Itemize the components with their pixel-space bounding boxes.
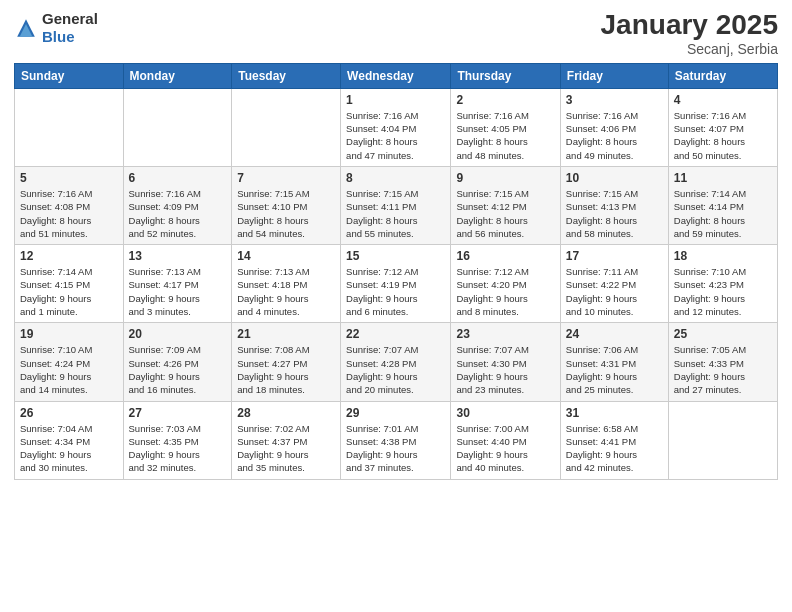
- table-row: 8Sunrise: 7:15 AM Sunset: 4:11 PM Daylig…: [341, 166, 451, 244]
- day-number: 16: [456, 249, 554, 263]
- table-row: 1Sunrise: 7:16 AM Sunset: 4:04 PM Daylig…: [341, 88, 451, 166]
- day-number: 3: [566, 93, 663, 107]
- table-row: 10Sunrise: 7:15 AM Sunset: 4:13 PM Dayli…: [560, 166, 668, 244]
- table-row: 2Sunrise: 7:16 AM Sunset: 4:05 PM Daylig…: [451, 88, 560, 166]
- header-thursday: Thursday: [451, 63, 560, 88]
- day-number: 6: [129, 171, 227, 185]
- day-info: Sunrise: 7:15 AM Sunset: 4:12 PM Dayligh…: [456, 187, 554, 240]
- logo-general: General: [42, 10, 98, 27]
- day-info: Sunrise: 7:16 AM Sunset: 4:07 PM Dayligh…: [674, 109, 772, 162]
- day-number: 4: [674, 93, 772, 107]
- table-row: [15, 88, 124, 166]
- table-row: [123, 88, 232, 166]
- day-info: Sunrise: 7:08 AM Sunset: 4:27 PM Dayligh…: [237, 343, 335, 396]
- location-subtitle: Secanj, Serbia: [601, 41, 778, 57]
- header-sunday: Sunday: [15, 63, 124, 88]
- table-row: 7Sunrise: 7:15 AM Sunset: 4:10 PM Daylig…: [232, 166, 341, 244]
- logo-text: General Blue: [42, 10, 98, 46]
- table-row: 13Sunrise: 7:13 AM Sunset: 4:17 PM Dayli…: [123, 245, 232, 323]
- table-row: 19Sunrise: 7:10 AM Sunset: 4:24 PM Dayli…: [15, 323, 124, 401]
- weekday-header-row: Sunday Monday Tuesday Wednesday Thursday…: [15, 63, 778, 88]
- table-row: 22Sunrise: 7:07 AM Sunset: 4:28 PM Dayli…: [341, 323, 451, 401]
- day-info: Sunrise: 7:16 AM Sunset: 4:06 PM Dayligh…: [566, 109, 663, 162]
- table-row: 26Sunrise: 7:04 AM Sunset: 4:34 PM Dayli…: [15, 401, 124, 479]
- table-row: 30Sunrise: 7:00 AM Sunset: 4:40 PM Dayli…: [451, 401, 560, 479]
- week-row-1: 1Sunrise: 7:16 AM Sunset: 4:04 PM Daylig…: [15, 88, 778, 166]
- logo-icon: [14, 16, 38, 40]
- day-info: Sunrise: 6:58 AM Sunset: 4:41 PM Dayligh…: [566, 422, 663, 475]
- day-info: Sunrise: 7:00 AM Sunset: 4:40 PM Dayligh…: [456, 422, 554, 475]
- table-row: 23Sunrise: 7:07 AM Sunset: 4:30 PM Dayli…: [451, 323, 560, 401]
- day-info: Sunrise: 7:10 AM Sunset: 4:24 PM Dayligh…: [20, 343, 118, 396]
- day-info: Sunrise: 7:07 AM Sunset: 4:30 PM Dayligh…: [456, 343, 554, 396]
- day-info: Sunrise: 7:04 AM Sunset: 4:34 PM Dayligh…: [20, 422, 118, 475]
- header-wednesday: Wednesday: [341, 63, 451, 88]
- week-row-3: 12Sunrise: 7:14 AM Sunset: 4:15 PM Dayli…: [15, 245, 778, 323]
- month-title: January 2025: [601, 10, 778, 41]
- day-info: Sunrise: 7:13 AM Sunset: 4:18 PM Dayligh…: [237, 265, 335, 318]
- header-saturday: Saturday: [668, 63, 777, 88]
- table-row: [668, 401, 777, 479]
- day-number: 12: [20, 249, 118, 263]
- header-tuesday: Tuesday: [232, 63, 341, 88]
- table-row: 4Sunrise: 7:16 AM Sunset: 4:07 PM Daylig…: [668, 88, 777, 166]
- table-row: 15Sunrise: 7:12 AM Sunset: 4:19 PM Dayli…: [341, 245, 451, 323]
- day-info: Sunrise: 7:14 AM Sunset: 4:14 PM Dayligh…: [674, 187, 772, 240]
- calendar-container: General Blue January 2025 Secanj, Serbia…: [0, 0, 792, 490]
- day-info: Sunrise: 7:16 AM Sunset: 4:05 PM Dayligh…: [456, 109, 554, 162]
- table-row: 28Sunrise: 7:02 AM Sunset: 4:37 PM Dayli…: [232, 401, 341, 479]
- day-info: Sunrise: 7:14 AM Sunset: 4:15 PM Dayligh…: [20, 265, 118, 318]
- day-number: 8: [346, 171, 445, 185]
- table-row: 31Sunrise: 6:58 AM Sunset: 4:41 PM Dayli…: [560, 401, 668, 479]
- day-number: 17: [566, 249, 663, 263]
- week-row-2: 5Sunrise: 7:16 AM Sunset: 4:08 PM Daylig…: [15, 166, 778, 244]
- day-number: 24: [566, 327, 663, 341]
- day-number: 15: [346, 249, 445, 263]
- day-info: Sunrise: 7:12 AM Sunset: 4:20 PM Dayligh…: [456, 265, 554, 318]
- day-number: 31: [566, 406, 663, 420]
- day-number: 20: [129, 327, 227, 341]
- table-row: 5Sunrise: 7:16 AM Sunset: 4:08 PM Daylig…: [15, 166, 124, 244]
- table-row: 29Sunrise: 7:01 AM Sunset: 4:38 PM Dayli…: [341, 401, 451, 479]
- calendar-table: Sunday Monday Tuesday Wednesday Thursday…: [14, 63, 778, 480]
- day-info: Sunrise: 7:05 AM Sunset: 4:33 PM Dayligh…: [674, 343, 772, 396]
- table-row: 14Sunrise: 7:13 AM Sunset: 4:18 PM Dayli…: [232, 245, 341, 323]
- day-number: 11: [674, 171, 772, 185]
- day-info: Sunrise: 7:13 AM Sunset: 4:17 PM Dayligh…: [129, 265, 227, 318]
- table-row: 3Sunrise: 7:16 AM Sunset: 4:06 PM Daylig…: [560, 88, 668, 166]
- day-number: 27: [129, 406, 227, 420]
- day-info: Sunrise: 7:15 AM Sunset: 4:10 PM Dayligh…: [237, 187, 335, 240]
- day-info: Sunrise: 7:07 AM Sunset: 4:28 PM Dayligh…: [346, 343, 445, 396]
- header-monday: Monday: [123, 63, 232, 88]
- table-row: 20Sunrise: 7:09 AM Sunset: 4:26 PM Dayli…: [123, 323, 232, 401]
- day-info: Sunrise: 7:01 AM Sunset: 4:38 PM Dayligh…: [346, 422, 445, 475]
- day-number: 30: [456, 406, 554, 420]
- table-row: 27Sunrise: 7:03 AM Sunset: 4:35 PM Dayli…: [123, 401, 232, 479]
- day-number: 1: [346, 93, 445, 107]
- table-row: 6Sunrise: 7:16 AM Sunset: 4:09 PM Daylig…: [123, 166, 232, 244]
- logo-blue: Blue: [42, 28, 75, 45]
- table-row: 12Sunrise: 7:14 AM Sunset: 4:15 PM Dayli…: [15, 245, 124, 323]
- day-info: Sunrise: 7:16 AM Sunset: 4:04 PM Dayligh…: [346, 109, 445, 162]
- day-info: Sunrise: 7:16 AM Sunset: 4:08 PM Dayligh…: [20, 187, 118, 240]
- table-row: 25Sunrise: 7:05 AM Sunset: 4:33 PM Dayli…: [668, 323, 777, 401]
- day-info: Sunrise: 7:12 AM Sunset: 4:19 PM Dayligh…: [346, 265, 445, 318]
- week-row-4: 19Sunrise: 7:10 AM Sunset: 4:24 PM Dayli…: [15, 323, 778, 401]
- day-number: 23: [456, 327, 554, 341]
- header-friday: Friday: [560, 63, 668, 88]
- day-info: Sunrise: 7:11 AM Sunset: 4:22 PM Dayligh…: [566, 265, 663, 318]
- day-number: 2: [456, 93, 554, 107]
- day-info: Sunrise: 7:02 AM Sunset: 4:37 PM Dayligh…: [237, 422, 335, 475]
- week-row-5: 26Sunrise: 7:04 AM Sunset: 4:34 PM Dayli…: [15, 401, 778, 479]
- day-number: 14: [237, 249, 335, 263]
- title-block: January 2025 Secanj, Serbia: [601, 10, 778, 57]
- logo: General Blue: [14, 10, 98, 46]
- header-row: General Blue January 2025 Secanj, Serbia: [14, 10, 778, 57]
- day-number: 18: [674, 249, 772, 263]
- day-number: 21: [237, 327, 335, 341]
- day-number: 19: [20, 327, 118, 341]
- table-row: 24Sunrise: 7:06 AM Sunset: 4:31 PM Dayli…: [560, 323, 668, 401]
- table-row: 16Sunrise: 7:12 AM Sunset: 4:20 PM Dayli…: [451, 245, 560, 323]
- table-row: [232, 88, 341, 166]
- day-number: 7: [237, 171, 335, 185]
